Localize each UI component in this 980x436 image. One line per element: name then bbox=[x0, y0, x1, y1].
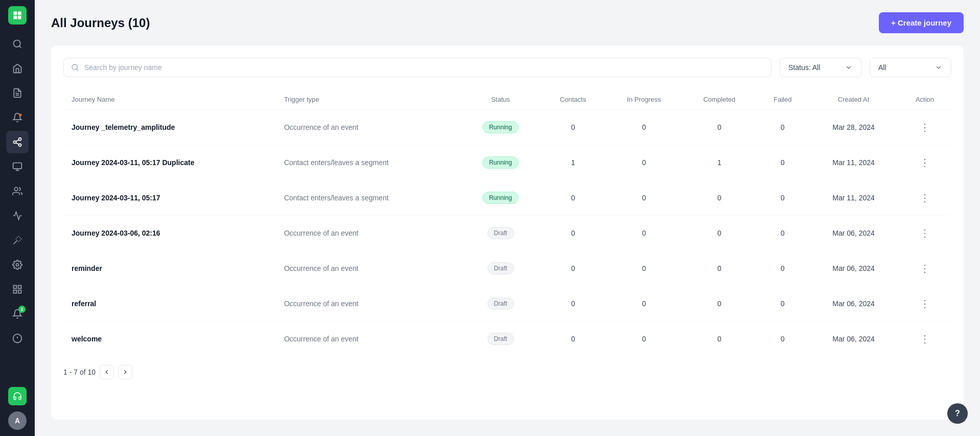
svg-point-8 bbox=[19, 138, 21, 141]
in-progress-cell: 0 bbox=[605, 110, 682, 145]
contacts-cell: 0 bbox=[541, 286, 605, 322]
status-badge: Running bbox=[482, 156, 519, 169]
status-filter[interactable]: Status: All bbox=[780, 58, 861, 77]
completed-cell: 0 bbox=[682, 216, 756, 251]
contacts-cell: 0 bbox=[541, 322, 605, 357]
prev-page-button[interactable] bbox=[100, 365, 114, 379]
svg-rect-19 bbox=[18, 286, 21, 289]
col-status: Status bbox=[460, 89, 541, 110]
svg-rect-3 bbox=[18, 16, 21, 19]
journey-name-cell: welcome bbox=[72, 335, 102, 343]
col-completed: Completed bbox=[682, 89, 756, 110]
help-button[interactable]: ? bbox=[947, 403, 968, 424]
status-filter-label: Status: All bbox=[788, 63, 820, 72]
sidebar-item-monitor[interactable] bbox=[6, 155, 29, 178]
row-action-button[interactable]: ⋮ bbox=[916, 295, 934, 312]
main-content: All Journeys (10) + Create journey Statu… bbox=[35, 0, 980, 436]
svg-point-25 bbox=[72, 64, 78, 70]
sidebar-item-search[interactable] bbox=[6, 33, 29, 55]
completed-cell: 0 bbox=[682, 322, 756, 357]
sidebar-item-notifications[interactable]: 2 bbox=[6, 303, 29, 325]
trigger-type-cell: Occurrence of an event bbox=[284, 229, 359, 237]
svg-point-17 bbox=[16, 264, 19, 266]
sidebar-item-analytics[interactable] bbox=[6, 204, 29, 227]
row-action-button[interactable]: ⋮ bbox=[916, 331, 934, 347]
in-progress-cell: 0 bbox=[605, 322, 682, 357]
journey-name-cell: Journey 2024-03-06, 02:16 bbox=[72, 229, 160, 237]
svg-point-9 bbox=[14, 141, 16, 144]
failed-cell: 0 bbox=[756, 216, 809, 251]
created-at-cell: Mar 06, 2024 bbox=[809, 286, 898, 322]
sidebar-support-button[interactable] bbox=[8, 387, 27, 405]
svg-point-4 bbox=[14, 40, 20, 47]
journeys-content: Status: All All Journey Name Trigger typ… bbox=[51, 45, 964, 420]
table-header-row: Journey Name Trigger type Status Contact… bbox=[63, 89, 951, 110]
trigger-type-cell: Contact enters/leaves a segment bbox=[284, 158, 389, 167]
create-journey-button[interactable]: + Create journey bbox=[879, 12, 964, 33]
trigger-type-cell: Occurrence of an event bbox=[284, 264, 359, 272]
trigger-type-cell: Occurrence of an event bbox=[284, 300, 359, 308]
svg-line-11 bbox=[16, 143, 19, 144]
in-progress-cell: 0 bbox=[605, 180, 682, 216]
failed-cell: 0 bbox=[756, 180, 809, 216]
svg-rect-1 bbox=[18, 12, 21, 15]
contacts-cell: 0 bbox=[541, 216, 605, 251]
sidebar: 2 A bbox=[0, 0, 35, 436]
sidebar-item-home[interactable] bbox=[6, 57, 29, 80]
status-badge: Running bbox=[482, 192, 519, 204]
col-journey-name: Journey Name bbox=[63, 89, 276, 110]
type-filter[interactable]: All bbox=[870, 58, 951, 77]
status-badge: Running bbox=[482, 121, 519, 133]
created-at-cell: Mar 28, 2024 bbox=[809, 110, 898, 145]
in-progress-cell: 0 bbox=[605, 216, 682, 251]
search-input[interactable] bbox=[84, 63, 764, 72]
svg-point-16 bbox=[14, 188, 18, 191]
sidebar-item-campaigns[interactable] bbox=[6, 106, 29, 129]
row-action-button[interactable]: ⋮ bbox=[916, 225, 934, 241]
created-at-cell: Mar 06, 2024 bbox=[809, 251, 898, 286]
table-row: Journey 2024-03-11, 05:17 Contact enters… bbox=[63, 180, 951, 216]
chevron-down-icon-2 bbox=[935, 63, 943, 72]
row-action-button[interactable]: ⋮ bbox=[916, 260, 934, 277]
created-at-cell: Mar 11, 2024 bbox=[809, 145, 898, 180]
contacts-cell: 0 bbox=[541, 180, 605, 216]
col-action: Action bbox=[898, 89, 951, 110]
col-created-at: Created At bbox=[809, 89, 898, 110]
table-row: referral Occurrence of an event Draft 0 … bbox=[63, 286, 951, 322]
table-row: reminder Occurrence of an event Draft 0 … bbox=[63, 251, 951, 286]
search-box bbox=[63, 58, 772, 77]
next-page-button[interactable] bbox=[118, 365, 132, 379]
svg-point-10 bbox=[19, 144, 21, 146]
notification-badge: 2 bbox=[18, 306, 26, 313]
status-badge: Draft bbox=[487, 227, 514, 239]
svg-rect-0 bbox=[14, 12, 17, 15]
journey-name-cell: referral bbox=[72, 300, 96, 308]
journey-name-cell: reminder bbox=[72, 264, 102, 272]
filters-bar: Status: All All bbox=[63, 58, 951, 77]
col-contacts: Contacts bbox=[541, 89, 605, 110]
col-failed: Failed bbox=[756, 89, 809, 110]
status-badge: Draft bbox=[487, 297, 514, 310]
type-filter-label: All bbox=[878, 63, 886, 72]
page-title: All Journeys (10) bbox=[51, 16, 150, 30]
journey-name-cell: Journey _telemetry_amplitude bbox=[72, 123, 175, 131]
row-action-button[interactable]: ⋮ bbox=[916, 190, 934, 206]
failed-cell: 0 bbox=[756, 145, 809, 180]
table-row: Journey 2024-03-06, 02:16 Occurrence of … bbox=[63, 216, 951, 251]
sidebar-item-magic[interactable] bbox=[6, 229, 29, 251]
sidebar-logo[interactable] bbox=[8, 6, 27, 25]
row-action-button[interactable]: ⋮ bbox=[916, 119, 934, 135]
journey-name-cell: Journey 2024-03-11, 05:17 Duplicate bbox=[72, 158, 194, 167]
sidebar-item-settings[interactable] bbox=[6, 254, 29, 276]
user-avatar[interactable]: A bbox=[8, 411, 27, 430]
table-row: Journey 2024-03-11, 05:17 Duplicate Cont… bbox=[63, 145, 951, 180]
row-action-button[interactable]: ⋮ bbox=[916, 154, 934, 171]
sidebar-item-billing[interactable] bbox=[6, 327, 29, 350]
sidebar-item-journeys[interactable] bbox=[6, 131, 29, 153]
sidebar-item-contacts[interactable] bbox=[6, 180, 29, 202]
journey-name-cell: Journey 2024-03-11, 05:17 bbox=[72, 194, 160, 202]
svg-rect-2 bbox=[14, 16, 17, 19]
pagination-range: 1 - 7 of 10 bbox=[63, 368, 96, 376]
sidebar-item-reports[interactable] bbox=[6, 82, 29, 104]
sidebar-item-widget[interactable] bbox=[6, 278, 29, 301]
